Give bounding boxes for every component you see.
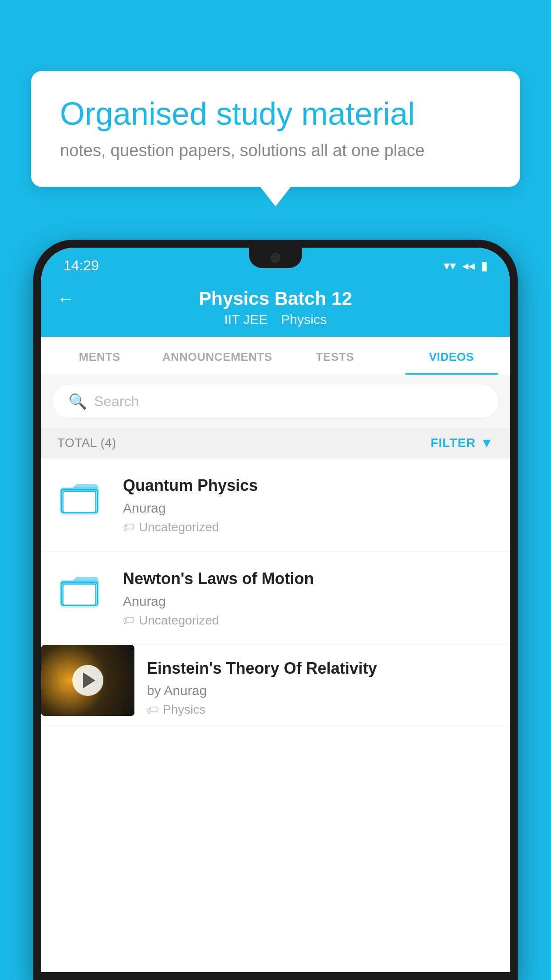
filter-label: FILTER — [430, 436, 476, 450]
header-tags: IIT JEE Physics — [224, 312, 327, 327]
list-item[interactable]: Quantum Physics Anurag 🏷 Uncategorized — [41, 458, 510, 552]
video-thumbnail — [41, 645, 134, 716]
tag-label: Physics — [163, 703, 205, 717]
video-info: Einstein's Theory Of Relativity by Anura… — [134, 645, 494, 726]
folder-icon-wrap — [57, 569, 102, 613]
video-author: Anurag — [123, 594, 494, 609]
video-title: Quantum Physics — [123, 475, 494, 496]
svg-rect-1 — [63, 491, 96, 513]
tab-announcements[interactable]: ANNOUNCEMENTS — [158, 337, 277, 375]
video-title: Newton's Laws of Motion — [123, 569, 494, 589]
wifi-icon: ▾▾ — [444, 258, 456, 273]
tag-icon: 🏷 — [123, 520, 134, 534]
svg-rect-4 — [63, 584, 96, 605]
video-tag: 🏷 Uncategorized — [123, 613, 494, 628]
filter-bar: TOTAL (4) FILTER ▼ — [41, 427, 510, 458]
folder-icon — [59, 572, 99, 609]
tab-videos[interactable]: VIDEOS — [393, 337, 510, 375]
header-title: Physics Batch 12 — [199, 288, 352, 309]
phone-shell: 14:29 ▾▾ ◂◂ ▮ ← Physics Batch 12 IIT JEE… — [33, 240, 518, 980]
video-title: Einstein's Theory Of Relativity — [147, 658, 485, 679]
video-author: by Anurag — [147, 683, 485, 698]
battery-icon: ▮ — [481, 258, 488, 273]
video-tag: 🏷 Uncategorized — [123, 520, 494, 534]
list-item[interactable]: Einstein's Theory Of Relativity by Anura… — [41, 645, 510, 727]
video-info: Newton's Laws of Motion Anurag 🏷 Uncateg… — [110, 569, 494, 628]
phone-screen: 14:29 ▾▾ ◂◂ ▮ ← Physics Batch 12 IIT JEE… — [41, 248, 510, 972]
tag-label: Uncategorized — [139, 520, 219, 534]
list-item[interactable]: Newton's Laws of Motion Anurag 🏷 Uncateg… — [41, 552, 510, 645]
search-container: 🔍 Search — [41, 375, 510, 427]
tab-ments[interactable]: MENTS — [41, 337, 158, 375]
tab-tests[interactable]: TESTS — [276, 337, 393, 375]
video-tag: 🏷 Physics — [147, 703, 485, 717]
back-button[interactable]: ← — [57, 289, 75, 309]
tag-icon: 🏷 — [147, 703, 158, 717]
play-button-overlay[interactable] — [41, 645, 134, 716]
header-tag-iitjee: IIT JEE — [224, 312, 268, 327]
camera — [271, 253, 280, 263]
folder-icon — [59, 479, 99, 517]
folder-icon-wrap — [57, 475, 102, 520]
notch — [249, 248, 302, 268]
play-icon — [83, 672, 95, 688]
app-header: ← Physics Batch 12 IIT JEE Physics — [41, 279, 510, 337]
video-list: Quantum Physics Anurag 🏷 Uncategorized — [41, 458, 510, 972]
status-time: 14:29 — [63, 257, 99, 274]
speech-bubble: Organised study material notes, question… — [31, 71, 520, 187]
tag-label: Uncategorized — [139, 613, 219, 628]
tag-icon: 🏷 — [123, 613, 134, 627]
bubble-title: Organised study material — [60, 95, 491, 132]
play-circle — [72, 665, 103, 696]
video-author: Anurag — [123, 501, 494, 516]
search-placeholder: Search — [94, 393, 139, 410]
status-icons: ▾▾ ◂◂ ▮ — [444, 258, 488, 273]
video-info: Quantum Physics Anurag 🏷 Uncategorized — [110, 475, 494, 534]
signal-icon: ◂◂ — [462, 258, 475, 273]
bubble-subtitle: notes, question papers, solutions all at… — [60, 141, 491, 160]
search-icon: 🔍 — [68, 392, 87, 410]
filter-button[interactable]: FILTER ▼ — [430, 435, 494, 450]
search-bar[interactable]: 🔍 Search — [52, 384, 499, 419]
filter-icon: ▼ — [480, 435, 494, 450]
tabs-bar: MENTS ANNOUNCEMENTS TESTS VIDEOS — [41, 337, 510, 375]
total-label: TOTAL (4) — [57, 436, 116, 450]
header-tag-physics: Physics — [281, 312, 327, 327]
